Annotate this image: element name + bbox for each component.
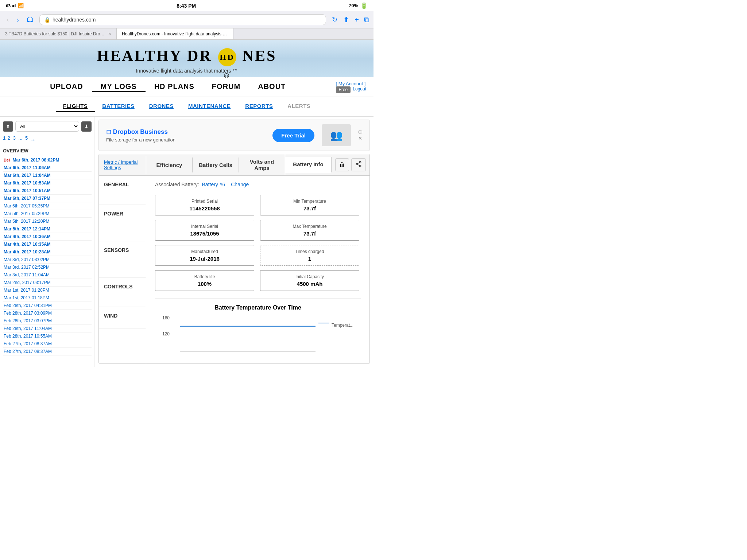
flight-entry-24[interactable]: Feb 27th, 2017 08:37AM (3, 340, 92, 348)
tab-efficiency[interactable]: Efficiency (146, 158, 193, 172)
flight-entry-3[interactable]: Mar 6th, 2017 10:53AM (3, 179, 92, 187)
upload-button[interactable]: ⬆ (3, 121, 13, 132)
flight-entry-8[interactable]: Mar 5th, 2017 12:20PM (3, 218, 92, 225)
battery-percent: 79% (349, 3, 358, 8)
svg-point-2 (359, 165, 361, 167)
filter-select[interactable]: All (15, 121, 79, 132)
initial-capacity-value: 4500 mAh (266, 281, 354, 287)
flight-date-0: Mar 6th, 2017 08:02PM (12, 158, 59, 163)
flight-entry-25[interactable]: Feb 27th, 2017 08:37AM (3, 348, 92, 355)
url-text: healthydrones.com (53, 17, 96, 23)
back-button[interactable]: ‹ (4, 15, 11, 25)
y-label-160: 160 (162, 315, 177, 320)
times-charged-label: Times charged (266, 249, 354, 254)
main-nav: UPLOAD MY LOGS HD PLANS FORUM ABOUT [ My… (0, 77, 374, 97)
download-button[interactable]: ⬇ (81, 121, 92, 132)
flight-entry-22[interactable]: Feb 28th, 2017 11:04AM (3, 325, 92, 332)
flight-entry-11[interactable]: Mar 4th, 2017 10:35AM (3, 241, 92, 248)
flight-entry-19[interactable]: Feb 28th, 2017 04:31PM (3, 302, 92, 310)
del-label[interactable]: Del (4, 158, 10, 162)
status-bar: iPad 📶 8:43 PM 79% 🔋 (0, 0, 374, 11)
flight-entry-10[interactable]: Mar 4th, 2017 10:36AM (3, 233, 92, 241)
flight-entry-9[interactable]: Mar 5th, 2017 12:14PM (3, 225, 92, 233)
flight-entry-12[interactable]: Mar 4th, 2017 10:28AM (3, 248, 92, 256)
battery-life-value: 100% (160, 281, 249, 287)
tab-battery-cells[interactable]: Battery Cells (193, 158, 239, 172)
page-2[interactable]: 2 (8, 135, 10, 141)
address-bar[interactable]: 🔒 healthydrones.com (39, 14, 326, 25)
subnav-maintenance[interactable]: MAINTENANCE (181, 101, 238, 112)
page-3[interactable]: 3 (13, 135, 16, 141)
my-account-link[interactable]: [ My Account ] (336, 81, 366, 86)
flight-entry-4[interactable]: Mar 6th, 2017 10:51AM (3, 187, 92, 195)
tab-1[interactable]: HealthyDrones.com - Innovative flight da… (117, 28, 233, 39)
tab-0-close[interactable]: ✕ (108, 32, 111, 36)
max-temp-label: Max Temperature (266, 224, 354, 229)
logout-link[interactable]: Logout (353, 86, 366, 93)
flight-entry-16[interactable]: Mar 2nd, 2017 03:17PM (3, 279, 92, 287)
flight-entry-5[interactable]: Mar 6th, 2017 07:37PM (3, 195, 92, 202)
flight-entry-17[interactable]: Mar 1st, 2017 01:20PM (3, 287, 92, 294)
flight-entry-6[interactable]: Mar 5th, 2017 05:35PM (3, 202, 92, 210)
tab-0[interactable]: 3 TB47D Batteries for sale $150 | DJI In… (0, 28, 117, 39)
chart-legend: Temperat... (318, 315, 353, 352)
settings-col[interactable]: Metric / Imperial Settings (99, 156, 146, 174)
nav-about[interactable]: ABOUT (249, 82, 294, 92)
subnav-drones[interactable]: DRONES (142, 101, 181, 112)
flight-entry-7[interactable]: Mar 5th, 2017 05:29PM (3, 210, 92, 218)
subnav-reports[interactable]: REPORTS (238, 101, 280, 112)
wifi-icon: 📶 (18, 3, 24, 8)
tab-0-label: 3 TB47D Batteries for sale $150 | DJI In… (5, 31, 106, 36)
flight-entry-15[interactable]: Mar 3rd, 2017 11:04AM (3, 271, 92, 279)
battery-link[interactable]: Battery #6 (202, 182, 225, 187)
share-detail-button[interactable] (351, 158, 366, 171)
ad-info-button[interactable]: ⓘ (358, 129, 362, 135)
svg-point-1 (356, 163, 358, 165)
flight-entry-14[interactable]: Mar 3rd, 2017 02:52PM (3, 264, 92, 271)
settings-sublabel: Settings (104, 165, 141, 170)
tabs-button[interactable]: ⧉ (364, 16, 369, 24)
share-button[interactable]: ⬆ (343, 15, 349, 24)
chart-title: Battery Temperature Over Time (162, 304, 353, 311)
pagination-next[interactable]: → (30, 137, 36, 143)
flight-entry-2[interactable]: Mar 6th, 2017 11:04AM (3, 172, 92, 179)
tab-volts-amps[interactable]: Volts and Amps (239, 154, 285, 175)
flight-entry-23[interactable]: Feb 28th, 2017 10:55AM (3, 332, 92, 340)
free-trial-button[interactable]: Free Trial (272, 129, 314, 142)
legend-line (318, 323, 329, 323)
internal-serial-value: 18675/1055 (160, 230, 249, 237)
detail-tabs-header: Metric / Imperial Settings Efficiency Ba… (99, 154, 369, 176)
delete-button[interactable]: 🗑 (335, 158, 349, 171)
detail-panel: Metric / Imperial Settings Efficiency Ba… (98, 154, 370, 364)
nav-forum[interactable]: FORUM (203, 82, 249, 92)
dropbox-icon: ◻ (106, 128, 111, 135)
forward-button[interactable]: › (15, 15, 21, 25)
info-grid: Printed Serial 1145220558 Internal Seria… (155, 195, 359, 291)
flight-entry-1[interactable]: Mar 6th, 2017 11:06AM (3, 164, 92, 172)
nav-hdplans[interactable]: HD PLANS (146, 82, 203, 92)
flight-entry-0[interactable]: Del Mar 6th, 2017 08:02PM (3, 156, 92, 164)
change-link[interactable]: Change (231, 182, 249, 187)
subnav-batteries[interactable]: BATTERIES (95, 101, 142, 112)
subnav-alerts[interactable]: ALERTS (280, 101, 318, 112)
nav-upload[interactable]: UPLOAD (41, 82, 92, 92)
flight-entry-21[interactable]: Feb 28th, 2017 03:07PM (3, 317, 92, 325)
bookmarks-button[interactable]: 🕮 (25, 15, 36, 25)
battery-life-box: Battery life 100% (155, 270, 254, 291)
main-content: ⬆ All ⬇ 1 2 3 ... 5 → OVERVIEW Del Mar 6… (0, 117, 374, 367)
metric-imperial-label: Metric / Imperial (104, 159, 141, 165)
flight-entry-18[interactable]: Mar 1st, 2017 01:18PM (3, 294, 92, 302)
printed-serial-label: Printed Serial (160, 199, 249, 204)
nav-mylogs[interactable]: MY LOGS (92, 82, 146, 92)
reload-button[interactable]: ↻ (330, 14, 340, 25)
flight-entry-13[interactable]: Mar 3rd, 2017 03:02PM (3, 256, 92, 264)
page-5[interactable]: 5 (25, 135, 28, 141)
max-temp-box: Max Temperature 73.7f (260, 220, 359, 241)
tab-battery-info[interactable]: Battery Info (285, 157, 332, 173)
max-temp-value: 73.7f (266, 230, 354, 237)
subnav-flights[interactable]: FLIGHTS (56, 101, 95, 112)
add-tab-button[interactable]: + (355, 16, 359, 24)
flight-entry-20[interactable]: Feb 28th, 2017 03:09PM (3, 310, 92, 317)
ad-close-button[interactable]: ✕ (358, 136, 362, 141)
sensors-section-label: SENSORS (99, 241, 146, 278)
